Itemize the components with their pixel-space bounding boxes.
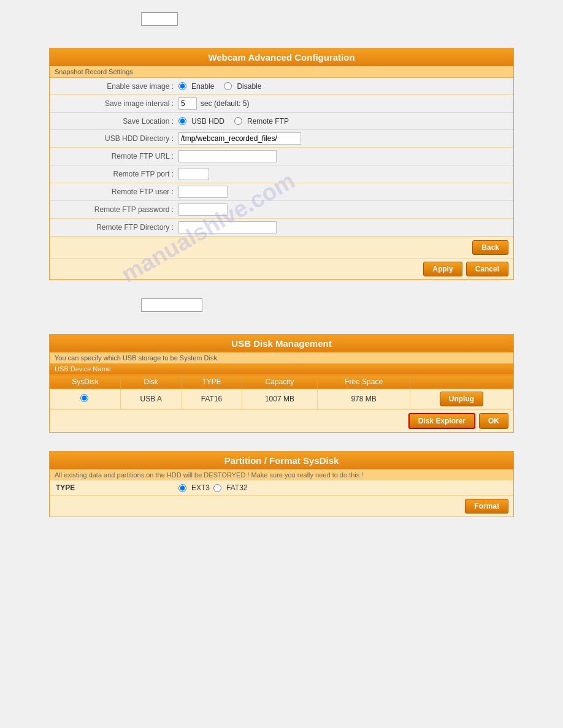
remote-ftp-user-label: Remote FTP user : (56, 188, 178, 196)
col-free-space: Free Space (318, 375, 410, 389)
usb-table: SysDisk Disk TYPE Capacity Free Space US… (50, 374, 513, 409)
col-action (410, 375, 513, 389)
fat32-radio[interactable] (213, 484, 221, 492)
save-interval-hint: sec (default: 5) (201, 99, 249, 108)
format-button[interactable]: Format (465, 499, 508, 514)
remote-ftp-radio[interactable] (234, 117, 242, 125)
second-nav-box (141, 298, 202, 312)
disable-radio-label: Disable (237, 82, 261, 91)
remote-ftp-url-control (178, 150, 507, 162)
webcam-config-panel: Webcam Advanced Configuration Snapshot R… (49, 48, 514, 280)
usb-hdd-radio[interactable] (178, 117, 186, 125)
save-location-row: Save Location : USB HDD Remote FTP (50, 113, 513, 130)
type-cell: FAT16 (182, 389, 242, 409)
remote-ftp-url-input[interactable] (178, 150, 277, 162)
format-action-row: Format (50, 495, 513, 517)
apply-cancel-row: Apply Cancel (50, 258, 513, 279)
webcam-panel-title: Webcam Advanced Configuration (50, 48, 513, 66)
usb-subheader: You can specify which USB storage to be … (50, 352, 513, 363)
col-sysdisk: SysDisk (50, 375, 121, 389)
remote-ftp-port-label: Remote FTP port : (56, 170, 178, 178)
partition-panel: Partition / Format SysDisk All existing … (49, 451, 514, 517)
save-interval-label: Save image interval : (56, 99, 178, 108)
remote-ftp-port-control (178, 168, 507, 180)
save-location-label: Save Location : (56, 117, 178, 126)
usb-hdd-label: USB HDD (191, 117, 224, 126)
remote-ftp-user-control (178, 186, 507, 198)
save-interval-row: Save image interval : sec (default: 5) (50, 95, 513, 113)
unplug-cell: Unplug (410, 389, 513, 409)
usb-device-name-header: USB Device Name (50, 363, 513, 374)
enable-save-image-label: Enable save image : (56, 82, 178, 91)
remote-ftp-user-row: Remote FTP user : (50, 183, 513, 201)
remote-ftp-directory-input[interactable] (178, 221, 277, 233)
fat32-label: FAT32 (226, 483, 247, 492)
disk-explorer-button[interactable]: Disk Explorer (408, 413, 475, 429)
capacity-cell: 1007 MB (242, 389, 318, 409)
partition-type-row: TYPE EXT3 FAT32 (50, 480, 513, 495)
ext3-radio[interactable] (178, 484, 186, 492)
partition-warning: All existing data and partitions on the … (50, 469, 513, 480)
col-type: TYPE (182, 375, 242, 389)
free-space-cell: 978 MB (318, 389, 410, 409)
enable-save-image-row: Enable save image : Enable Disable (50, 78, 513, 95)
save-location-control: USB HDD Remote FTP (178, 117, 507, 126)
remote-ftp-port-input[interactable] (178, 168, 209, 180)
save-interval-input[interactable] (178, 97, 197, 110)
enable-save-image-control: Enable Disable (178, 82, 507, 91)
partition-type-control: EXT3 FAT32 (178, 483, 247, 492)
remote-ftp-url-label: Remote FTP URL : (56, 152, 178, 161)
ok-button[interactable]: OK (479, 413, 508, 429)
back-action-row: Back (50, 237, 513, 258)
remote-ftp-password-input[interactable] (178, 203, 228, 216)
remote-ftp-password-label: Remote FTP password : (56, 205, 178, 214)
back-button[interactable]: Back (472, 240, 508, 255)
disk-explorer-row: Disk Explorer OK (50, 409, 513, 432)
col-capacity: Capacity (242, 375, 318, 389)
remote-ftp-port-row: Remote FTP port : (50, 165, 513, 183)
save-interval-control: sec (default: 5) (178, 97, 507, 110)
sysdisk-cell (50, 389, 121, 409)
snapshot-section-header: Snapshot Record Settings (50, 66, 513, 78)
remote-ftp-password-row: Remote FTP password : (50, 201, 513, 219)
usb-hdd-directory-row: USB HDD Directory : (50, 130, 513, 148)
col-disk: Disk (120, 375, 182, 389)
remote-ftp-user-input[interactable] (178, 186, 228, 198)
remote-ftp-password-control (178, 203, 507, 216)
remote-ftp-directory-control (178, 221, 507, 233)
partition-panel-title: Partition / Format SysDisk (50, 452, 513, 469)
sysdisk-radio[interactable] (80, 394, 88, 402)
unplug-button[interactable]: Unplug (440, 392, 483, 406)
usb-hdd-directory-label: USB HDD Directory : (56, 134, 178, 143)
cancel-button[interactable]: Cancel (466, 262, 508, 276)
disable-radio[interactable] (224, 82, 232, 90)
disk-cell: USB A (120, 389, 182, 409)
top-nav-box (141, 12, 178, 26)
remote-ftp-label: Remote FTP (247, 117, 289, 126)
usb-hdd-directory-control (178, 132, 507, 145)
enable-radio-label: Enable (191, 82, 214, 91)
table-row: USB A FAT16 1007 MB 978 MB Unplug (50, 389, 513, 409)
remote-ftp-directory-label: Remote FTP Directory : (56, 223, 178, 232)
remote-ftp-directory-row: Remote FTP Directory : (50, 219, 513, 237)
usb-hdd-directory-input[interactable] (178, 132, 301, 145)
ext3-label: EXT3 (191, 483, 210, 492)
apply-button[interactable]: Apply (423, 262, 462, 276)
partition-type-label: TYPE (56, 483, 178, 492)
enable-radio[interactable] (178, 82, 186, 90)
usb-panel-title: USB Disk Management (50, 335, 513, 352)
usb-disk-panel: USB Disk Management You can specify whic… (49, 334, 514, 433)
remote-ftp-url-row: Remote FTP URL : (50, 148, 513, 165)
